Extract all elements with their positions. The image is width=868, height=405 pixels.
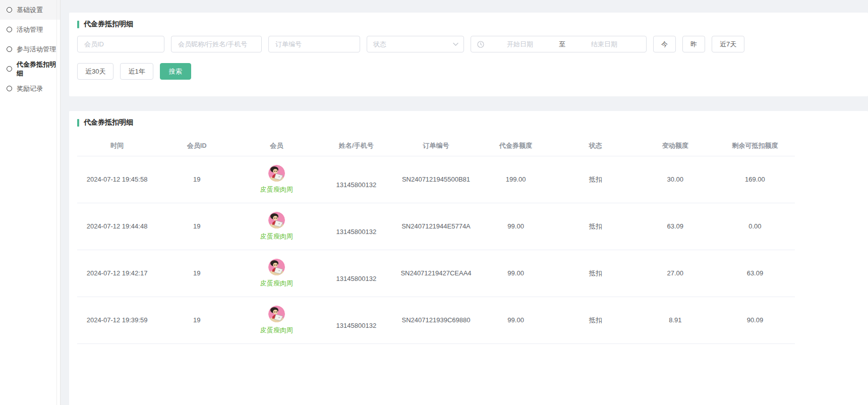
avatar: [268, 165, 285, 182]
col-header-member: 会员: [237, 136, 316, 156]
member-phone: 13145800132: [336, 275, 377, 282]
col-header-member-id: 会员ID: [157, 136, 237, 156]
date-start-placeholder[interactable]: 开始日期: [484, 40, 556, 49]
sidebar-item-label: 参与活动管理: [17, 45, 56, 54]
cell-member: 皮蛋瘦肉周: [237, 156, 316, 203]
status-select[interactable]: 状态: [367, 36, 464, 52]
status-select-placeholder: 状态: [373, 40, 386, 49]
cell-member-id: 19: [157, 203, 237, 250]
quick-yesterday-button[interactable]: 昨: [682, 36, 705, 52]
avatar: [268, 306, 285, 322]
sidebar-item-label: 基础设置: [17, 6, 43, 15]
avatar: [268, 212, 285, 228]
col-header-order-no: 订单编号: [396, 136, 476, 156]
member-phone: 13145800132: [336, 228, 377, 236]
cell-member: 皮蛋瘦肉周: [237, 203, 316, 250]
title-accent-bar: [77, 21, 79, 28]
cell-name-phone: 13145800132: [316, 156, 396, 203]
cell-change-amount: 30.00: [635, 156, 715, 203]
cell-voucher-amount: 99.00: [476, 297, 556, 343]
table-panel-title: 代金券抵扣明细: [77, 118, 860, 127]
cell-member-id: 19: [157, 156, 237, 203]
cell-name-phone: 13145800132: [316, 250, 396, 297]
col-header-time: 时间: [77, 136, 157, 156]
cell-time: 2024-07-12 19:45:58: [77, 156, 157, 203]
circle-icon: [7, 7, 12, 13]
col-header-remaining: 剩余可抵扣额度: [715, 136, 795, 156]
member-phone: 13145800132: [336, 181, 377, 189]
circle-icon: [7, 66, 12, 72]
col-header-change-amount: 变动额度: [635, 136, 715, 156]
table-row: 2024-07-12 19:39:59 19: [77, 297, 795, 343]
cell-order-no: SN2407121939C69880: [396, 297, 476, 343]
cell-voucher-amount: 199.00: [476, 156, 556, 203]
cell-change-amount: 8.91: [635, 297, 715, 343]
filter-panel-title: 代金券抵扣明细: [77, 20, 860, 29]
sidebar-item-participation-management[interactable]: 参与活动管理: [0, 39, 60, 59]
nickname-input[interactable]: [171, 36, 262, 52]
member-id-input[interactable]: [77, 36, 164, 52]
cell-member-id: 19: [157, 297, 237, 343]
table-header-row: 时间 会员ID 会员 姓名/手机号 订单编号 代金券额度 状态 变动额度 剩余可…: [77, 136, 795, 156]
cell-remaining: 90.09: [715, 297, 795, 343]
order-no-input[interactable]: [268, 36, 360, 52]
sidebar: 基础设置 活动管理 参与活动管理 代金券抵扣明细 奖励记录: [0, 0, 61, 405]
quick-today-button[interactable]: 今: [653, 36, 676, 52]
cell-member: 皮蛋瘦肉周: [237, 297, 316, 343]
avatar: [268, 259, 285, 275]
sidebar-item-label: 奖励记录: [17, 84, 43, 93]
circle-icon: [7, 46, 12, 52]
table-row: 2024-07-12 19:45:58 19: [77, 156, 795, 203]
col-header-status: 状态: [556, 136, 635, 156]
sidebar-item-reward-records[interactable]: 奖励记录: [0, 79, 60, 98]
sidebar-item-label: 活动管理: [17, 25, 43, 34]
member-nickname[interactable]: 皮蛋瘦肉周: [260, 279, 293, 288]
table-row: 2024-07-12 19:42:17 19: [77, 250, 795, 297]
sidebar-item-label: 代金券抵扣明细: [17, 60, 60, 78]
filter-panel: 代金券抵扣明细 状态 开始日期 至 结束日期 今 昨 近7天: [69, 13, 868, 96]
table-panel: 代金券抵扣明细 时间 会员ID 会员 姓名/手机号 订单编号 代金券额度 状态 …: [69, 111, 868, 405]
date-end-placeholder[interactable]: 结束日期: [568, 40, 640, 49]
cell-voucher-amount: 99.00: [476, 203, 556, 250]
quick-1year-button[interactable]: 近1年: [120, 63, 153, 80]
cell-name-phone: 13145800132: [316, 203, 396, 250]
filter-row-1: 状态 开始日期 至 结束日期 今 昨 近7天: [77, 36, 860, 52]
member-nickname[interactable]: 皮蛋瘦肉周: [260, 185, 293, 194]
cell-status: 抵扣: [556, 250, 635, 297]
cell-status: 抵扣: [556, 203, 635, 250]
cell-voucher-amount: 99.00: [476, 250, 556, 297]
cell-remaining: 63.09: [715, 250, 795, 297]
cell-order-no: SN24071219427CEAA4: [396, 250, 476, 297]
member-nickname[interactable]: 皮蛋瘦肉周: [260, 326, 293, 335]
cell-time: 2024-07-12 19:42:17: [77, 250, 157, 297]
cell-remaining: 0.00: [715, 203, 795, 250]
cell-remaining: 169.00: [715, 156, 795, 203]
col-header-name-phone: 姓名/手机号: [316, 136, 396, 156]
cell-change-amount: 63.09: [635, 203, 715, 250]
quick-30days-button[interactable]: 近30天: [77, 63, 113, 80]
date-separator: 至: [556, 40, 568, 49]
sidebar-item-activity-management[interactable]: 活动管理: [0, 20, 60, 39]
date-range-picker[interactable]: 开始日期 至 结束日期: [471, 36, 647, 52]
table-title: 代金券抵扣明细: [84, 118, 133, 127]
deduction-table: 时间 会员ID 会员 姓名/手机号 订单编号 代金券额度 状态 变动额度 剩余可…: [77, 136, 795, 344]
sidebar-item-voucher-deduction-detail[interactable]: 代金券抵扣明细: [0, 59, 60, 79]
cell-status: 抵扣: [556, 156, 635, 203]
filter-row-2: 近30天 近1年 搜索: [77, 63, 860, 80]
cell-change-amount: 27.00: [635, 250, 715, 297]
cell-member: 皮蛋瘦肉周: [237, 250, 316, 297]
quick-7days-button[interactable]: 近7天: [712, 36, 744, 52]
title-accent-bar: [77, 119, 79, 127]
cell-order-no: SN2407121945500B81: [396, 156, 476, 203]
table-body: 2024-07-12 19:45:58 19: [77, 156, 795, 343]
cell-time: 2024-07-12 19:44:48: [77, 203, 157, 250]
clock-icon: [477, 41, 484, 48]
cell-status: 抵扣: [556, 297, 635, 343]
member-nickname[interactable]: 皮蛋瘦肉周: [260, 232, 293, 241]
cell-time: 2024-07-12 19:39:59: [77, 297, 157, 343]
cell-name-phone: 13145800132: [316, 297, 396, 343]
search-button[interactable]: 搜索: [160, 63, 191, 80]
sidebar-item-basic-settings[interactable]: 基础设置: [0, 0, 60, 20]
chevron-down-icon: [453, 42, 458, 46]
circle-icon: [7, 27, 12, 32]
